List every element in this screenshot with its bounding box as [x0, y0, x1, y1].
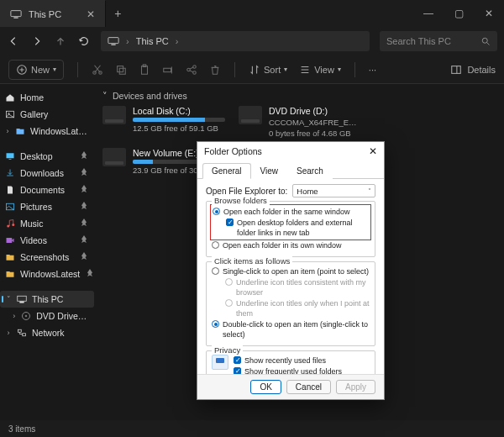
browse-folders-group: Browse folders Open each folder in the s… [206, 201, 375, 257]
dialog-titlebar: Folder Options ✕ [197, 142, 384, 161]
pc-icon [10, 9, 22, 19]
new-tab-button[interactable]: + [106, 7, 129, 20]
privacy-legend: Privacy [212, 345, 243, 355]
sidebar-item-home[interactable]: Home [0, 89, 94, 106]
separator [77, 62, 78, 77]
ok-button[interactable]: OK [250, 380, 281, 394]
close-button[interactable]: ✕ [474, 8, 504, 19]
forward-button[interactable] [30, 34, 44, 48]
tab-close-icon[interactable]: ✕ [87, 8, 95, 20]
sidebar-item-this-pc[interactable]: ˅This PC [0, 291, 94, 308]
search-input[interactable]: Search This PC [380, 31, 497, 51]
copy-icon[interactable] [115, 64, 127, 76]
refresh-button[interactable] [77, 34, 91, 48]
sidebar-item-windowslatest[interactable]: WindowsLatest [0, 266, 94, 282]
rename-icon[interactable] [162, 64, 174, 76]
svg-rect-30 [23, 334, 26, 336]
tab-this-pc[interactable]: This PC ✕ [0, 0, 106, 27]
view-button[interactable]: View ▾ [299, 64, 341, 76]
sidebar-item-music[interactable]: Music [0, 215, 94, 232]
folder-options-dialog: Folder Options ✕ General View Search Ope… [197, 141, 385, 400]
delete-icon[interactable] [209, 64, 221, 76]
drive-volume-text: CCCOMA_X64FRE_EN-US_DV9 [269, 118, 361, 127]
pin-icon [79, 151, 89, 161]
address-bar[interactable]: › This PC › [101, 31, 370, 51]
svg-rect-20 [9, 159, 12, 160]
check-frequent-folders[interactable]: Show frequently used folders [234, 366, 370, 374]
tab-general[interactable]: General [202, 163, 251, 179]
radio-icon [225, 299, 233, 307]
up-button[interactable] [54, 34, 67, 48]
svg-point-23 [12, 224, 14, 226]
sidebar-item-videos[interactable]: Videos [0, 232, 94, 249]
toolbar: New ▾ Sort ▾ View ▾ ··· Details [0, 55, 504, 84]
sidebar-item-windowslatest-pe[interactable]: ›WindowsLatest - Pe [0, 123, 94, 140]
sidebar-item-desktop[interactable]: Desktop [0, 148, 94, 165]
check-new-tab[interactable]: Open desktop folders and external folder… [226, 218, 369, 238]
tab-view[interactable]: View [251, 163, 288, 179]
sidebar-item-screenshots[interactable]: Screenshots [0, 249, 94, 266]
chevron-down-icon: ˅ [102, 91, 108, 101]
radio-underline-point: Underline icon titles only when I point … [225, 298, 370, 319]
cancel-button[interactable]: Cancel [286, 380, 331, 394]
dialog-close-button[interactable]: ✕ [369, 145, 377, 157]
sort-button[interactable]: Sort ▾ [249, 64, 287, 76]
pin-icon [79, 202, 89, 212]
window-controls: — ▢ ✕ [413, 8, 504, 19]
drive-label: DVD Drive (D:) [269, 106, 361, 116]
sidebar-item-dvd[interactable]: ›DVD Drive (D:) CCC [0, 308, 94, 324]
drive-free-text: 12.5 GB free of 59.1 GB [133, 124, 225, 133]
view-icon [299, 64, 311, 76]
apply-button[interactable]: Apply [336, 380, 375, 394]
crumb-sep: › [126, 36, 129, 46]
click-legend: Click items as follows [212, 256, 292, 266]
drive-item[interactable]: Local Disk (C:) 12.5 GB free of 59.1 GB [102, 106, 228, 138]
svg-rect-0 [11, 10, 21, 16]
nav-bar: › This PC › Search This PC [0, 27, 504, 55]
sidebar-item-documents[interactable]: Documents [0, 182, 94, 198]
chevron-down-icon: ˅ [5, 295, 12, 303]
crumb-sep: › [176, 36, 179, 46]
breadcrumb-this-pc[interactable]: This PC [136, 36, 169, 46]
sort-icon [249, 64, 260, 76]
paste-icon[interactable] [139, 64, 150, 76]
radio-single-click[interactable]: Single-click to open an item (point to s… [212, 266, 370, 276]
status-bar: 3 items [0, 420, 504, 437]
open-explorer-select[interactable]: Home ˅ [292, 184, 375, 197]
radio-same-window[interactable]: Open each folder in the same window [213, 207, 369, 217]
sidebar-item-network[interactable]: ›Network [0, 324, 94, 341]
radio-icon [212, 241, 219, 249]
group-header-devices[interactable]: ˅ Devices and drives [102, 87, 496, 104]
maximize-button[interactable]: ▢ [444, 8, 474, 19]
dialog-tabs: General View Search [197, 162, 384, 179]
status-text: 3 items [8, 424, 35, 434]
radio-icon [212, 320, 219, 328]
drive-item[interactable]: DVD Drive (D:) CCCOMA_X64FRE_EN-US_DV9 0… [239, 106, 365, 138]
radio-double-click[interactable]: Double-click to open an item (single-cli… [212, 319, 370, 340]
radio-icon [212, 267, 219, 275]
sidebar-item-gallery[interactable]: Gallery [0, 106, 94, 123]
details-pane-icon[interactable] [450, 64, 462, 76]
dialog-title: Folder Options [204, 146, 262, 156]
more-button[interactable]: ··· [369, 65, 376, 75]
back-button[interactable] [7, 34, 20, 48]
svg-point-22 [7, 225, 9, 228]
svg-rect-29 [18, 329, 22, 332]
sidebar-item-pictures[interactable]: Pictures [0, 198, 94, 215]
chevron-right-icon: › [5, 329, 12, 337]
minimize-button[interactable]: — [413, 8, 444, 19]
radio-own-window[interactable]: Open each folder in its own window [212, 240, 370, 250]
cut-icon[interactable] [92, 64, 103, 76]
sidebar-item-downloads[interactable]: Downloads [0, 165, 94, 182]
drive-icon [102, 148, 126, 166]
check-recent-files[interactable]: Show recently used files [234, 355, 370, 366]
share-icon[interactable] [186, 64, 197, 76]
pin-icon [79, 168, 89, 178]
new-button[interactable]: New ▾ [8, 60, 64, 80]
privacy-icon [212, 355, 228, 370]
tab-search[interactable]: Search [287, 163, 333, 179]
drive-usage-bar [133, 118, 225, 122]
chevron-right-icon: › [5, 127, 10, 135]
svg-point-4 [482, 38, 487, 43]
details-button[interactable]: Details [467, 65, 496, 75]
